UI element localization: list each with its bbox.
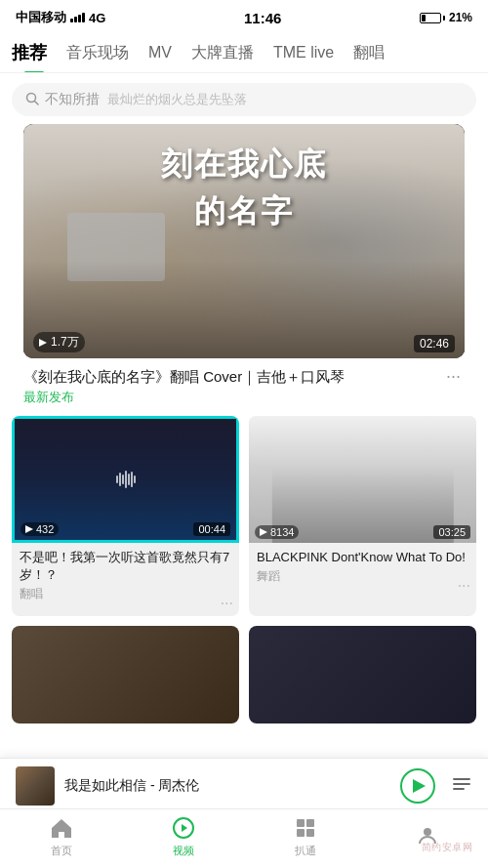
featured-video-info: 《刻在我心底的名字》翻唱 Cover｜吉他＋口风琴 最新发布 ··· bbox=[12, 358, 476, 412]
signal-icon bbox=[70, 13, 85, 22]
grid-play-icon-0 bbox=[25, 525, 33, 533]
nav-item-video[interactable]: 视频 bbox=[154, 815, 213, 858]
grid-bottom-bar-0: 432 00:44 bbox=[15, 518, 236, 540]
svg-point-11 bbox=[424, 828, 431, 836]
tab-recommended[interactable]: 推荐 bbox=[12, 39, 57, 66]
svg-marker-6 bbox=[182, 824, 187, 832]
play-small-icon bbox=[39, 339, 47, 347]
svg-rect-8 bbox=[306, 819, 314, 827]
waveform-icon bbox=[116, 471, 136, 488]
grid-thumb-inner-1: 8134 03:25 bbox=[249, 416, 476, 543]
search-placeholder: 不知所措 bbox=[45, 91, 100, 108]
svg-rect-9 bbox=[297, 829, 305, 837]
search-bar[interactable]: 不知所措 最灿烂的烟火总是先坠落 bbox=[12, 83, 476, 116]
battery-percent: 21% bbox=[449, 11, 472, 24]
featured-title-line2: 的名字 bbox=[194, 190, 294, 233]
video-icon bbox=[171, 815, 196, 841]
mini-player[interactable]: 我是如此相信 - 周杰伦 bbox=[0, 758, 488, 813]
mini-album-inner bbox=[16, 766, 55, 806]
mini-controls bbox=[400, 768, 472, 804]
video-label: 视频 bbox=[173, 844, 194, 858]
views-count: 1.7万 bbox=[51, 334, 79, 351]
grid-more-1[interactable]: ··· bbox=[458, 577, 470, 595]
bottom-item-1[interactable] bbox=[249, 626, 476, 723]
network-label: 4G bbox=[89, 11, 105, 25]
duration-badge: 02:46 bbox=[414, 335, 455, 352]
grid-views-0: 432 bbox=[20, 522, 59, 536]
bottom-thumbnail-1 bbox=[249, 626, 476, 723]
grid-item-1[interactable]: 8134 03:25 BLACKPINK Dont'Know What To D… bbox=[249, 416, 476, 616]
grid-thumb-inner-0: 432 00:44 bbox=[15, 419, 236, 540]
grid-duration-1: 03:25 bbox=[433, 525, 470, 539]
bottom-item-0[interactable] bbox=[12, 626, 239, 723]
status-left: 中国移动 4G bbox=[16, 9, 105, 26]
featured-video-title: 《刻在我心底的名字》翻唱 Cover｜吉他＋口风琴 bbox=[23, 366, 345, 387]
home-icon bbox=[49, 815, 74, 841]
tab-mv[interactable]: MV bbox=[139, 42, 182, 63]
grid-item-0[interactable]: 432 00:44 不是吧！我第一次听这首歌竟然只有7岁！？ 翻唱 ··· bbox=[12, 416, 239, 616]
carrier-label: 中国移动 bbox=[16, 9, 66, 26]
home-label: 首页 bbox=[51, 844, 72, 858]
grid-play-icon-1 bbox=[260, 528, 267, 536]
svg-rect-10 bbox=[306, 829, 314, 837]
featured-video-category: 最新发布 bbox=[23, 389, 345, 406]
grid-more-0[interactable]: ··· bbox=[221, 595, 233, 612]
battery-indicator bbox=[420, 13, 445, 23]
grid-info-0: 不是吧！我第一次听这首歌竟然只有7岁！？ 翻唱 ··· bbox=[12, 543, 239, 616]
grid-title-1: BLACKPINK Dont'Know What To Do! bbox=[257, 549, 468, 566]
tab-tme-live[interactable]: TME live bbox=[264, 42, 344, 63]
svg-line-1 bbox=[35, 101, 39, 104]
grid-title-0: 不是吧！我第一次听这首歌竟然只有7岁！？ bbox=[20, 549, 231, 584]
search-hint: 最灿烂的烟火总是先坠落 bbox=[107, 91, 247, 108]
tab-music-scene[interactable]: 音乐现场 bbox=[57, 41, 139, 65]
battery-icon bbox=[420, 13, 445, 23]
featured-title-line1: 刻在我心底 bbox=[161, 144, 327, 186]
grid-views-count-1: 8134 bbox=[270, 526, 294, 538]
search-icon bbox=[25, 92, 39, 108]
featured-video-card[interactable]: 刻在我心底 的名字 1.7万 02:46 bbox=[23, 124, 465, 358]
status-bar: 中国移动 4G 11:46 21% bbox=[0, 0, 488, 31]
grid-views-count-0: 432 bbox=[36, 523, 54, 535]
grid-info-1: BLACKPINK Dont'Know What To Do! 舞蹈 ··· bbox=[249, 543, 476, 599]
featured-bg: 刻在我心底 的名字 bbox=[23, 124, 465, 358]
grid-views-1: 8134 bbox=[255, 525, 299, 539]
mini-play-button[interactable] bbox=[400, 768, 435, 804]
mini-play-icon bbox=[413, 779, 426, 793]
nav-tabs: 推荐 音乐现场 MV 大牌直播 TME live 翻唱 bbox=[0, 31, 488, 73]
featured-section: 刻在我心底 的名字 1.7万 02:46 《刻在我心底的名字》翻唱 Cover｜… bbox=[0, 124, 488, 412]
nav-item-explore[interactable]: 扒通 bbox=[276, 815, 335, 858]
featured-more-button[interactable]: ··· bbox=[442, 366, 465, 387]
mini-song-title: 我是如此相信 - 周杰伦 bbox=[64, 777, 390, 795]
grid-bottom-bar-1: 8134 03:25 bbox=[249, 521, 476, 543]
featured-video-text: 《刻在我心底的名字》翻唱 Cover｜吉他＋口风琴 最新发布 bbox=[23, 366, 345, 406]
watermark: 简约安卓网 bbox=[422, 841, 473, 854]
nav-item-home[interactable]: 首页 bbox=[32, 815, 91, 858]
grid-thumbnail-0: 432 00:44 bbox=[12, 416, 239, 543]
explore-label: 扒通 bbox=[295, 844, 316, 858]
grid-thumbnail-1: 8134 03:25 bbox=[249, 416, 476, 543]
bottom-nav: 首页 视频 扒通 bbox=[0, 808, 488, 868]
tab-live[interactable]: 大牌直播 bbox=[182, 41, 264, 65]
mini-album-art bbox=[16, 766, 55, 806]
status-time: 11:46 bbox=[244, 10, 281, 26]
video-grid: 432 00:44 不是吧！我第一次听这首歌竟然只有7岁！？ 翻唱 ··· bbox=[0, 412, 488, 616]
svg-rect-7 bbox=[297, 819, 305, 827]
explore-icon bbox=[293, 815, 318, 841]
mini-playlist-button[interactable] bbox=[451, 773, 472, 800]
status-right: 21% bbox=[420, 11, 472, 24]
featured-thumbnail: 刻在我心底 的名字 1.7万 02:46 bbox=[23, 124, 465, 358]
featured-views: 1.7万 bbox=[33, 332, 85, 352]
grid-category-1: 舞蹈 bbox=[257, 568, 468, 585]
grid-category-0: 翻唱 bbox=[20, 586, 231, 602]
tab-cover[interactable]: 翻唱 bbox=[344, 41, 394, 65]
grid-duration-0: 00:44 bbox=[193, 522, 230, 536]
bottom-thumbnail-0 bbox=[12, 626, 239, 723]
featured-bottom-bar: 1.7万 02:46 bbox=[23, 326, 465, 358]
mini-song-info: 我是如此相信 - 周杰伦 bbox=[64, 777, 390, 795]
